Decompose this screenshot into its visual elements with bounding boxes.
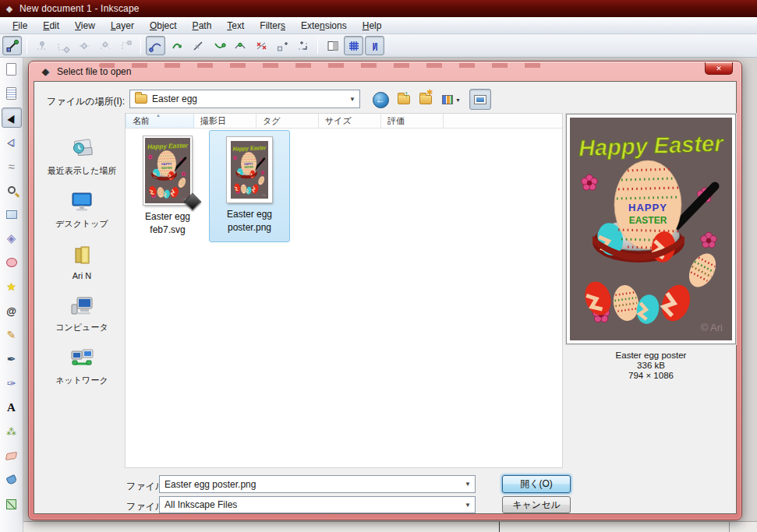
node-cusp-button[interactable] <box>146 36 165 55</box>
column-size[interactable]: サイズ <box>319 114 381 128</box>
insert-node-button[interactable] <box>32 36 51 55</box>
new-folder-button[interactable]: ✱ <box>416 90 435 109</box>
menu-text[interactable]: Text <box>219 19 252 33</box>
preview-pane-toggle-button[interactable] <box>469 89 491 110</box>
tool-box: ▶ ▷ ≈ ◈ ★ @ ✎ ✒ ✑ A ⁂ <box>0 58 23 532</box>
zoom-tool-button[interactable] <box>2 180 22 200</box>
menu-file[interactable]: File <box>5 19 35 33</box>
network-icon <box>69 347 94 371</box>
menu-extensions[interactable]: Extensions <box>293 19 355 33</box>
column-date-taken[interactable]: 撮影日 <box>194 114 256 128</box>
chevron-down-icon[interactable]: ▼ <box>465 481 471 488</box>
node-smooth-button[interactable] <box>167 36 186 55</box>
chevron-down-icon[interactable]: ▼ <box>465 502 471 509</box>
star-tool-button[interactable]: ★ <box>2 277 22 297</box>
menu-filters[interactable]: Filters <box>252 19 293 33</box>
up-level-button[interactable]: ↑ <box>394 90 413 109</box>
text-tool-button[interactable]: A <box>2 397 22 417</box>
filetype-value: All Inkscape Files <box>164 499 237 510</box>
box3d-tool-button[interactable]: ◈ <box>2 228 22 248</box>
preview-dimensions: 794 × 1086 <box>549 371 753 381</box>
flatten-path-button[interactable] <box>272 36 292 55</box>
node-auto-button[interactable] <box>230 36 249 55</box>
file-name-label: Easter egg feb7.svg <box>145 210 190 237</box>
place-desktop[interactable]: デスクトップ <box>41 191 122 230</box>
file-item-svg[interactable]: Easter egg feb7.svg <box>127 129 208 238</box>
document-new-icon[interactable] <box>2 59 22 79</box>
document-properties-icon[interactable] <box>2 83 22 104</box>
filename-value: Easter egg poster.png <box>164 479 256 490</box>
inkscape-dialog-icon: ◆ <box>40 66 51 77</box>
dialog-client: ファイルの場所(I): Easter egg ▼ ← ↑ ✱ ▼ <box>34 81 737 514</box>
object-to-path-button[interactable] <box>251 36 271 55</box>
file-name-label: Easter egg poster.png <box>227 208 272 234</box>
user-folder-icon <box>69 244 94 267</box>
node-tool-button[interactable]: ▷ <box>2 132 22 152</box>
dialog-close-button[interactable]: ✕ <box>705 62 733 75</box>
menu-object[interactable]: Object <box>142 19 185 33</box>
selector-tool-button[interactable]: ▶ <box>2 107 22 128</box>
toolbar-separator <box>27 38 27 54</box>
delete-node-button[interactable] <box>53 36 73 55</box>
dialog-title: Select file to open <box>57 66 131 77</box>
join-node-button[interactable] <box>95 36 115 55</box>
pencil-tool-button[interactable]: ✎ <box>2 325 22 345</box>
preview-caption: Easter egg poster 336 kB 794 × 1086 <box>549 351 753 381</box>
views-icon <box>442 95 453 104</box>
bucket-icon <box>5 474 17 485</box>
curve-segment-button[interactable] <box>209 36 228 55</box>
place-network[interactable]: ネットワーク <box>41 347 122 386</box>
open-file-dialog: ◆ Select file to open ✕ ファイルの場所(I): East… <box>28 61 742 520</box>
menu-layer[interactable]: Layer <box>103 19 142 33</box>
views-menu-button[interactable]: ▼ <box>438 90 465 109</box>
mask-toggle-button[interactable] <box>323 36 342 55</box>
menu-path[interactable]: Path <box>185 19 220 33</box>
line-segment-button[interactable] <box>188 36 207 55</box>
place-recent[interactable]: 最近表示した場所 <box>41 138 122 177</box>
connector-icon <box>6 499 16 509</box>
menu-help[interactable]: Help <box>355 19 390 33</box>
ellipse-icon <box>6 258 17 267</box>
eraser-tool-button[interactable] <box>2 446 22 466</box>
place-user-folder[interactable]: Ari N <box>41 244 122 280</box>
place-computer[interactable]: コンピュータ <box>41 294 122 333</box>
grid-toggle-button[interactable] <box>344 36 363 55</box>
column-tags[interactable]: タグ <box>256 114 319 128</box>
inkscape-logo-icon: ◆ <box>4 3 15 14</box>
rectangle-tool-button[interactable] <box>2 204 22 224</box>
filename-combobox[interactable]: Easter egg poster.png ▼ <box>159 475 476 493</box>
snap-toggle-button[interactable]: |/| <box>365 36 384 55</box>
back-button[interactable]: ← <box>371 90 390 109</box>
add-corners-button[interactable] <box>293 36 313 55</box>
column-filler <box>444 114 562 128</box>
menu-edit[interactable]: Edit <box>35 19 67 33</box>
file-item-png-selected[interactable]: Easter egg poster.png <box>209 130 290 242</box>
preview-pane-icon <box>474 95 486 104</box>
dialog-titlebar[interactable]: ◆ Select file to open <box>29 62 741 81</box>
column-rating[interactable]: 評価 <box>381 114 444 128</box>
menu-view[interactable]: View <box>67 19 103 33</box>
location-combobox[interactable]: Easter egg ▼ <box>129 90 360 108</box>
computer-icon <box>69 294 94 318</box>
magnifier-icon <box>8 186 16 194</box>
column-name[interactable]: 名前 ▲ <box>126 114 194 128</box>
break-node-button[interactable] <box>74 36 94 55</box>
cancel-button[interactable]: キャンセル <box>502 496 571 513</box>
calligraphy-tool-button[interactable]: ✑ <box>2 373 22 393</box>
canvas-area[interactable] <box>23 521 757 532</box>
spray-tool-button[interactable]: ⁂ <box>2 421 22 442</box>
open-button[interactable]: 開く(O) <box>502 475 571 493</box>
window-titlebar[interactable]: ◆ New document 1 - Inkscape <box>0 0 757 17</box>
chevron-down-icon[interactable]: ▼ <box>349 96 356 103</box>
join-segment-button[interactable] <box>116 36 136 55</box>
filetype-combobox[interactable]: All Inkscape Files ▼ <box>159 496 476 513</box>
spiral-tool-button[interactable]: @ <box>2 301 22 321</box>
connector-tool-button[interactable] <box>2 494 22 514</box>
ellipse-tool-button[interactable] <box>2 252 22 273</box>
tweak-tool-button[interactable]: ≈ <box>2 156 22 176</box>
node-edit-button[interactable] <box>2 36 22 55</box>
pen-tool-button[interactable]: ✒ <box>2 349 22 369</box>
bucket-tool-button[interactable] <box>2 470 22 490</box>
file-thumbnail <box>227 137 272 203</box>
page-border-line <box>729 522 730 532</box>
